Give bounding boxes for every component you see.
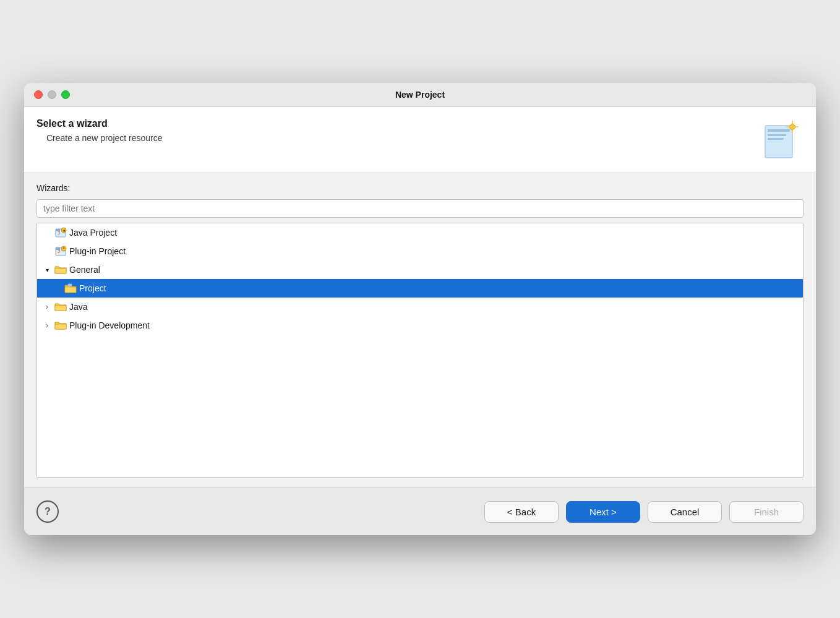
wizard-tree: J ★ Java Project J: [36, 223, 804, 478]
wizards-label: Wizards:: [36, 183, 804, 193]
bottom-area: ? < Back Next > Cancel Finish: [24, 487, 816, 535]
back-button[interactable]: < Back: [484, 501, 559, 523]
header-title: Select a wizard: [36, 118, 163, 129]
header-subtitle: Create a new project resource: [36, 133, 163, 143]
svg-text:J: J: [58, 249, 60, 254]
title-bar: New Project: [24, 83, 816, 107]
tree-item-plugin-dev[interactable]: › Plug-in Development: [37, 316, 803, 335]
cancel-label: Cancel: [671, 507, 700, 517]
project-icon: [64, 282, 77, 294]
tree-label-plugin-dev: Plug-in Development: [69, 320, 150, 330]
tree-item-general[interactable]: ▾ General: [37, 260, 803, 279]
new-project-dialog: New Project Select a wizard Create a new…: [24, 83, 816, 535]
svg-rect-1: [768, 129, 790, 132]
finish-button[interactable]: Finish: [729, 501, 804, 523]
next-label: Next >: [589, 507, 617, 517]
tree-label-java-project: Java Project: [69, 228, 117, 238]
header-text: Select a wizard Create a new project res…: [36, 118, 163, 143]
tree-item-java[interactable]: › Java: [37, 298, 803, 316]
maximize-button[interactable]: [61, 90, 70, 99]
plugin-project-icon: J: [54, 245, 67, 257]
cancel-button[interactable]: Cancel: [648, 501, 722, 523]
tree-label-project: Project: [79, 283, 106, 293]
wizard-icon: [760, 118, 804, 161]
button-row: ? < Back Next > Cancel Finish: [36, 500, 804, 523]
header-area: Select a wizard Create a new project res…: [24, 107, 816, 173]
traffic-lights: [34, 90, 70, 99]
tree-item-project[interactable]: Project: [37, 279, 803, 298]
tree-label-general: General: [69, 265, 100, 275]
folder-general-icon: [54, 264, 67, 276]
folder-plugin-dev-icon: [54, 319, 67, 332]
folder-java-icon: [54, 301, 67, 313]
tree-label-plugin-project: Plug-in Project: [69, 246, 126, 256]
next-button[interactable]: Next >: [566, 501, 640, 523]
tree-label-java: Java: [69, 302, 88, 312]
chevron-general: ▾: [42, 265, 52, 275]
java-project-icon: J ★: [54, 226, 67, 239]
help-button[interactable]: ?: [36, 500, 59, 523]
svg-text:J: J: [58, 231, 60, 236]
filter-input[interactable]: [36, 199, 804, 218]
finish-label: Finish: [754, 507, 779, 517]
svg-rect-19: [68, 284, 72, 286]
back-label: < Back: [507, 507, 536, 517]
close-button[interactable]: [34, 90, 43, 99]
minimize-button[interactable]: [48, 90, 56, 99]
chevron-plugin-dev: ›: [42, 320, 52, 330]
help-icon: ?: [45, 506, 51, 517]
tree-item-plugin-project[interactable]: J Plug-in Project: [37, 242, 803, 260]
dialog-title: New Project: [395, 90, 445, 100]
tree-item-java-project[interactable]: J ★ Java Project: [37, 223, 803, 242]
content-area: Wizards: J ★ Java Project: [24, 173, 816, 487]
svg-rect-2: [768, 134, 786, 136]
svg-rect-3: [768, 138, 784, 140]
tree-empty-space: [37, 335, 803, 477]
chevron-java: ›: [42, 302, 52, 312]
